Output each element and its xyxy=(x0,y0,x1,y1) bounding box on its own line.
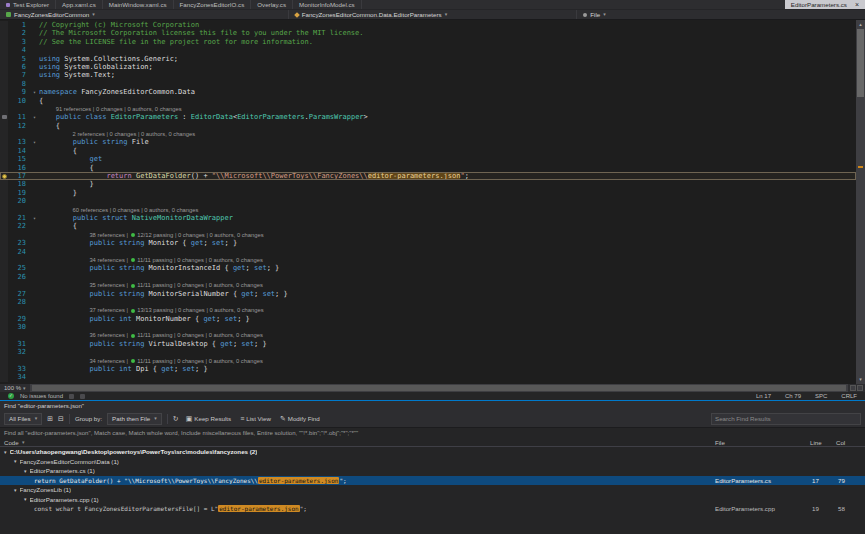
breakpoint-margin[interactable] xyxy=(0,298,8,306)
keep-results-button[interactable]: ▣ Keep Results xyxy=(184,415,233,422)
code-line[interactable]: 19 } xyxy=(0,189,856,197)
breakpoint-margin[interactable] xyxy=(0,214,8,222)
code-line[interactable]: 13▾ public string File xyxy=(0,138,856,146)
codelens-line[interactable]: 36 references | 11/11 passing | 0 change… xyxy=(0,331,856,339)
breakpoint-margin[interactable] xyxy=(0,290,8,298)
code-editor[interactable]: 1// Copyright (c) Microsoft Corporation2… xyxy=(0,20,865,384)
member-dropdown[interactable]: File ▾ xyxy=(577,10,865,19)
scroll-down-icon[interactable]: ▾ xyxy=(856,375,865,384)
code-line[interactable]: 7using System.Text; xyxy=(0,71,856,79)
tab-overlay-cs[interactable]: Overlay.cs xyxy=(251,0,293,9)
find-result-row[interactable]: return GetDataFolder() + "\\Microsoft\\P… xyxy=(0,476,865,486)
code-line[interactable]: 12 { xyxy=(0,122,856,130)
breakpoint-margin[interactable] xyxy=(0,365,8,373)
scrollbar-thumb[interactable] xyxy=(857,29,864,97)
breakpoint-margin[interactable] xyxy=(0,264,8,272)
code-line[interactable]: 2// The Microsoft Corporation licenses t… xyxy=(0,29,856,37)
code-line[interactable]: 11▾ public class EditorParameters : Edit… xyxy=(0,113,856,121)
split-window-buttons[interactable] xyxy=(848,385,865,391)
code-line[interactable]: 4 xyxy=(0,46,856,54)
breakpoint-margin[interactable] xyxy=(0,357,8,365)
code-area[interactable]: 1// Copyright (c) Microsoft Corporation2… xyxy=(0,21,856,384)
expander-icon[interactable]: ▾ xyxy=(4,449,7,455)
code-line[interactable]: 20 xyxy=(0,197,856,205)
breakpoint-margin[interactable] xyxy=(0,105,8,113)
fold-marker-icon[interactable]: ▾ xyxy=(30,88,39,96)
code-line[interactable]: 24 xyxy=(0,248,856,256)
column-code[interactable]: Code xyxy=(4,439,19,446)
code-line[interactable]: 14 { xyxy=(0,147,856,155)
refresh-icon[interactable]: ↻ xyxy=(173,415,179,422)
breakpoint-margin[interactable] xyxy=(0,138,8,146)
breakpoint-margin[interactable] xyxy=(0,21,8,29)
find-result-row[interactable]: const wchar_t FancyZonesEditorParameters… xyxy=(0,504,865,514)
breakpoint-margin[interactable] xyxy=(0,46,8,54)
list-view-button[interactable]: ≡ List View xyxy=(238,415,273,422)
codelens[interactable]: 38 references | 12/12 passing | 0 change… xyxy=(39,231,856,239)
codelens-line[interactable]: 34 references | 11/11 passing | 0 change… xyxy=(0,357,856,365)
code-line[interactable]: 30 xyxy=(0,323,856,331)
tab-editorparameters-cs[interactable]: EditorParameters.cs × xyxy=(785,0,865,9)
fold-marker-icon[interactable]: ▾ xyxy=(30,113,39,121)
find-group-row[interactable]: ▾EditorParameters.cs (1) xyxy=(0,466,865,476)
breakpoint-margin[interactable] xyxy=(0,189,8,197)
breakpoint-margin[interactable] xyxy=(0,80,8,88)
health-text[interactable]: No issues found xyxy=(20,393,63,399)
code-line[interactable]: 21▾ public struct NativeMonitorDataWrapp… xyxy=(0,214,856,222)
breakpoint-margin[interactable] xyxy=(0,323,8,331)
breakpoint-margin[interactable] xyxy=(0,256,8,264)
code-line[interactable]: 27 public string MonitorSerialNumber { g… xyxy=(0,290,856,298)
fold-marker-icon[interactable]: ▾ xyxy=(30,214,39,222)
breakpoint-margin[interactable] xyxy=(0,71,8,79)
project-dropdown[interactable]: FancyZonesEditorCommon ▾ xyxy=(0,10,289,19)
close-icon[interactable]: × xyxy=(855,1,859,8)
column-line[interactable]: Line xyxy=(810,439,822,446)
expander-icon[interactable]: ▾ xyxy=(24,496,27,502)
scrollbar-thumb[interactable] xyxy=(32,385,846,391)
code-line[interactable]: 1// Copyright (c) Microsoft Corporation xyxy=(0,21,856,29)
code-line[interactable]: 32 xyxy=(0,348,856,356)
type-dropdown[interactable]: FancyZonesEditorCommon.Data.EditorParame… xyxy=(289,10,578,19)
codelens[interactable]: 60 references | 0 changes | 0 authors, 0… xyxy=(39,206,856,214)
breakpoint-margin[interactable] xyxy=(0,197,8,205)
breakpoint-margin[interactable] xyxy=(0,231,8,239)
collapse-all-icon[interactable]: ⊟ xyxy=(58,415,64,422)
expander-icon[interactable]: ▾ xyxy=(14,458,17,464)
code-line[interactable]: 22 { xyxy=(0,222,856,230)
code-line[interactable]: 15 get xyxy=(0,155,856,163)
breakpoint-margin[interactable] xyxy=(0,88,8,96)
find-group-row[interactable]: ▾EditorParameters.cpp (1) xyxy=(0,495,865,505)
expand-all-icon[interactable]: ⊞ xyxy=(47,415,53,422)
code-line[interactable]: 9▾namespace FancyZonesEditorCommon.Data xyxy=(0,88,856,96)
breakpoint-margin[interactable] xyxy=(0,55,8,63)
tab-monitorinfomodel-cs[interactable]: MonitorInfoModel.cs xyxy=(293,0,362,9)
code-line[interactable]: 16 { xyxy=(0,164,856,172)
zoom-control[interactable]: 100 % ▾ xyxy=(0,385,30,391)
line-indicator[interactable]: Ln 17 xyxy=(756,393,771,399)
code-line[interactable]: 3// See the LICENSE file in the project … xyxy=(0,38,856,46)
code-line[interactable]: 25 public string MonitorInstanceId { get… xyxy=(0,264,856,272)
breakpoint-margin[interactable] xyxy=(0,147,8,155)
breakpoint-margin[interactable] xyxy=(0,331,8,339)
breakpoint-margin[interactable] xyxy=(0,348,8,356)
code-line[interactable]: 18 } xyxy=(0,180,856,188)
codelens[interactable]: 37 references | 13/13 passing | 0 change… xyxy=(39,306,856,314)
code-line[interactable]: 28 xyxy=(0,298,856,306)
tab-app-xaml-cs[interactable]: App.xaml.cs xyxy=(56,0,103,9)
tab-mainwindow-xaml-cs[interactable]: MainWindow.xaml.cs xyxy=(103,0,174,9)
breakpoint-margin[interactable] xyxy=(0,281,8,289)
breakpoint-margin[interactable] xyxy=(0,113,8,121)
status-icon[interactable] xyxy=(80,394,85,399)
code-line[interactable]: 26 xyxy=(0,273,856,281)
breakpoint-margin[interactable] xyxy=(0,97,8,105)
code-line[interactable]: 34 xyxy=(0,373,856,381)
breakpoint-margin[interactable] xyxy=(0,29,8,37)
code-line[interactable]: 10{ xyxy=(0,97,856,105)
breakpoint-margin[interactable] xyxy=(0,222,8,230)
chevron-down-icon[interactable]: ▾ xyxy=(22,439,25,445)
codelens-line[interactable]: 34 references | 11/11 passing | 0 change… xyxy=(0,256,856,264)
tab-test-explorer[interactable]: Test Explorer xyxy=(0,0,56,9)
column-col[interactable]: Col xyxy=(836,439,845,446)
breakpoint-margin[interactable] xyxy=(0,38,8,46)
breakpoint-margin[interactable] xyxy=(0,130,8,138)
